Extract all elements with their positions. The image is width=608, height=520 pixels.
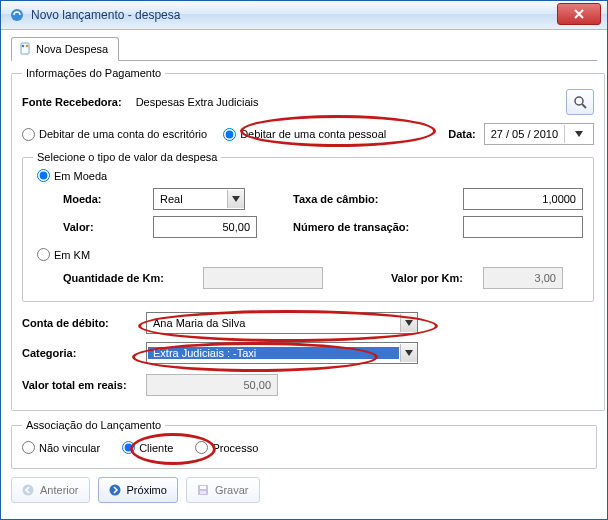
label-valor: Valor: <box>63 221 133 233</box>
tab-strip: Nova Despesa <box>11 36 597 61</box>
label-conta-debito: Conta de débito: <box>22 317 132 329</box>
svg-point-4 <box>575 97 583 105</box>
button-bar: Anterior Próximo Gravar <box>11 477 597 503</box>
search-button[interactable] <box>566 89 594 115</box>
legend-pagamento: Informações do Pagamento <box>22 67 165 79</box>
input-qtd-km <box>203 267 323 289</box>
label-num-trans: Número de transação: <box>293 221 443 233</box>
arrow-right-icon <box>109 484 121 496</box>
close-button[interactable] <box>557 3 601 25</box>
label-qtd-km: Quantidade de Km: <box>63 272 183 284</box>
legend-tipo: Selecione o tipo de valor da despesa <box>33 151 221 163</box>
label-total: Valor total em reais: <box>22 379 132 391</box>
label-fonte: Fonte Recebedora: <box>22 96 122 108</box>
svg-rect-1 <box>21 43 29 54</box>
label-valor-km: Valor por Km: <box>343 272 463 284</box>
svg-point-6 <box>23 485 34 496</box>
combo-categoria-value: Extra Judiciais : -Taxi <box>148 347 399 359</box>
gravar-button[interactable]: Gravar <box>186 477 260 503</box>
label-categoria: Categoria: <box>22 347 132 359</box>
group-tipo-valor: Selecione o tipo de valor da despesa Em … <box>22 151 594 302</box>
legend-associacao: Associação do Lançamento <box>22 419 165 431</box>
group-informacoes-pagamento: Informações do Pagamento Fonte Recebedor… <box>11 67 605 411</box>
anterior-button[interactable]: Anterior <box>11 477 90 503</box>
radio-nao-vincular[interactable]: Não vincular <box>22 441 100 454</box>
save-icon <box>197 484 209 496</box>
chevron-down-icon <box>564 125 593 143</box>
combo-categoria[interactable]: Extra Judiciais : -Taxi <box>146 342 418 364</box>
value-total: 50,00 <box>146 374 278 396</box>
window-title: Novo lançamento - despesa <box>31 8 180 22</box>
svg-point-7 <box>109 485 120 496</box>
radio-em-km[interactable]: Em KM <box>37 248 583 261</box>
proximo-button[interactable]: Próximo <box>98 477 178 503</box>
svg-point-0 <box>11 9 23 21</box>
radio-conta-pessoal[interactable]: Debitar de uma conta pessoal <box>223 128 386 141</box>
svg-point-3 <box>26 45 29 48</box>
title-bar: Novo lançamento - despesa <box>1 1 607 30</box>
arrow-left-icon <box>22 484 34 496</box>
combo-moeda[interactable]: Real <box>153 188 245 210</box>
svg-rect-9 <box>200 486 206 489</box>
input-taxa[interactable]: 1,0000 <box>463 188 583 210</box>
date-value: 27 / 05 / 2010 <box>485 128 564 140</box>
date-picker[interactable]: 27 / 05 / 2010 <box>484 123 594 145</box>
chevron-down-icon <box>400 314 417 332</box>
document-icon <box>18 42 32 56</box>
input-valor[interactable]: 50,00 <box>153 216 257 238</box>
combo-moeda-value: Real <box>154 193 227 205</box>
svg-rect-10 <box>200 491 206 494</box>
chevron-down-icon <box>400 344 417 362</box>
radio-processo[interactable]: Processo <box>195 441 258 454</box>
tab-nova-despesa[interactable]: Nova Despesa <box>11 37 119 61</box>
combo-conta-value: Ana Maria da Silva <box>147 317 400 329</box>
radio-em-moeda[interactable]: Em Moeda <box>37 169 567 182</box>
tab-label: Nova Despesa <box>36 43 108 55</box>
label-taxa: Taxa de câmbio: <box>293 193 443 205</box>
input-valor-km: 3,00 <box>483 267 563 289</box>
radio-cliente[interactable]: Cliente <box>122 441 173 454</box>
svg-point-2 <box>22 45 25 48</box>
svg-line-5 <box>582 104 586 108</box>
magnifier-icon <box>573 95 587 109</box>
label-moeda: Moeda: <box>63 193 133 205</box>
combo-conta-debito[interactable]: Ana Maria da Silva <box>146 312 418 334</box>
input-num-trans[interactable] <box>463 216 583 238</box>
value-fonte: Despesas Extra Judiciais <box>136 96 259 108</box>
app-icon <box>9 7 25 23</box>
group-associacao: Associação do Lançamento Não vincular Cl… <box>11 419 597 469</box>
radio-conta-escritorio[interactable]: Debitar de uma conta do escritório <box>22 128 207 141</box>
chevron-down-icon <box>227 190 244 208</box>
label-data: Data: <box>448 128 476 140</box>
